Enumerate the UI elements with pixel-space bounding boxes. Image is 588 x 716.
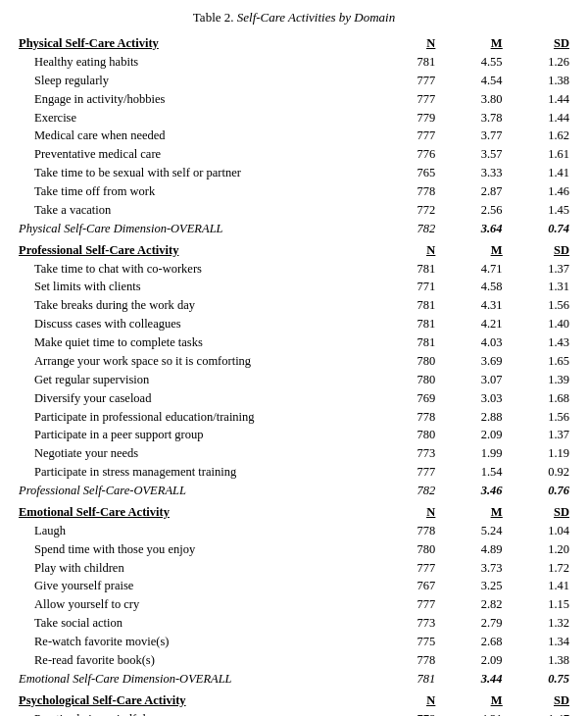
section-header-sd: SD — [507, 689, 573, 710]
section-header-label: Emotional Self-Care Activity — [15, 500, 383, 522]
n-value: 777 — [383, 463, 439, 482]
m-value: 3.57 — [439, 145, 506, 164]
overall-m: 3.44 — [439, 670, 506, 689]
n-value: 780 — [383, 426, 439, 444]
m-value: 3.80 — [439, 90, 506, 109]
sd-value: 1.04 — [507, 522, 573, 540]
m-value: 4.54 — [439, 72, 506, 90]
sd-value: 1.37 — [507, 260, 573, 279]
activity-label: Healthy eating habits — [15, 53, 383, 72]
sd-value: 1.37 — [507, 426, 573, 444]
activity-label: Set limits with clients — [15, 278, 383, 296]
activity-label: Take social action — [15, 614, 383, 633]
sd-value: 0.92 — [507, 463, 573, 482]
n-value: 778 — [383, 710, 439, 717]
m-value: 4.89 — [439, 540, 506, 559]
n-value: 777 — [383, 127, 439, 145]
n-value: 778 — [383, 651, 439, 670]
sd-value: 1.26 — [507, 53, 573, 72]
section-header-sd: SD — [507, 238, 573, 260]
section-header-0: Physical Self-Care Activity N M SD — [15, 31, 573, 53]
m-value: 4.58 — [439, 278, 506, 296]
table-row: Allow yourself to cry 777 2.82 1.15 — [15, 595, 573, 614]
overall-row-0: Physical Self-Care Dimension-OVERALL 782… — [15, 220, 573, 238]
table-row: Diversify your caseload 769 3.03 1.68 — [15, 389, 573, 408]
section-header-3: Psychological Self-Care Activity N M SD — [15, 689, 573, 710]
activity-label: Re-read favorite book(s) — [15, 651, 383, 670]
table-row: Play with children 777 3.73 1.72 — [15, 559, 573, 578]
m-value: 3.73 — [439, 559, 506, 578]
sd-value: 1.34 — [507, 633, 573, 651]
activity-label: Exercise — [15, 109, 383, 128]
table-row: Arrange your work space so it is comfort… — [15, 352, 573, 371]
activity-label: Participate in a peer support group — [15, 426, 383, 444]
sd-value: 1.68 — [507, 389, 573, 408]
n-value: 771 — [383, 278, 439, 296]
table-row: Medical care when needed 777 3.77 1.62 — [15, 127, 573, 145]
table-row: Take breaks during the work day 781 4.31… — [15, 296, 573, 315]
n-value: 780 — [383, 352, 439, 371]
overall-sd: 0.75 — [507, 670, 573, 689]
table-row: Spend time with those you enjoy 780 4.89… — [15, 540, 573, 559]
section-header-n: N — [383, 31, 439, 53]
table-row: Sleep regularly 777 4.54 1.38 — [15, 72, 573, 90]
n-value: 778 — [383, 182, 439, 201]
activity-label: Preventative medical care — [15, 145, 383, 164]
table-row: Take time off from work 778 2.87 1.46 — [15, 182, 573, 201]
table-row: Get regular supervision 780 3.07 1.39 — [15, 371, 573, 389]
m-value: 2.88 — [439, 408, 506, 427]
m-value: 4.21 — [439, 710, 506, 717]
section-header-m: M — [439, 238, 506, 260]
activity-label: Take time off from work — [15, 182, 383, 201]
table-row: Re-watch favorite movie(s) 775 2.68 1.34 — [15, 633, 573, 651]
activity-label: Arrange your work space so it is comfort… — [15, 352, 383, 371]
sd-value: 1.38 — [507, 72, 573, 90]
m-value: 4.71 — [439, 260, 506, 279]
table-row: Practice being mindful 778 4.21 1.47 — [15, 710, 573, 717]
overall-sd: 0.76 — [507, 482, 573, 500]
activity-label: Spend time with those you enjoy — [15, 540, 383, 559]
n-value: 777 — [383, 72, 439, 90]
section-header-label: Professional Self-Care Activity — [15, 238, 383, 260]
sd-value: 1.62 — [507, 127, 573, 145]
overall-label: Physical Self-Care Dimension-OVERALL — [15, 220, 383, 238]
m-value: 2.09 — [439, 426, 506, 444]
activity-label: Give yourself praise — [15, 577, 383, 595]
section-header-1: Professional Self-Care Activity N M SD — [15, 238, 573, 260]
overall-label: Emotional Self-Care Dimension-OVERALL — [15, 670, 383, 689]
activity-label: Diversify your caseload — [15, 389, 383, 408]
m-value: 3.78 — [439, 109, 506, 128]
sd-value: 1.56 — [507, 296, 573, 315]
m-value: 1.99 — [439, 444, 506, 463]
m-value: 3.03 — [439, 389, 506, 408]
table-row: Exercise 779 3.78 1.44 — [15, 109, 573, 128]
n-value: 780 — [383, 371, 439, 389]
table-row: Take a vacation 772 2.56 1.45 — [15, 201, 573, 220]
sd-value: 1.43 — [507, 333, 573, 352]
table-row: Make quiet time to complete tasks 781 4.… — [15, 333, 573, 352]
m-value: 2.87 — [439, 182, 506, 201]
overall-n: 781 — [383, 670, 439, 689]
n-value: 780 — [383, 540, 439, 559]
sd-value: 1.38 — [507, 651, 573, 670]
activity-label: Participate in professional education/tr… — [15, 408, 383, 427]
activity-label: Play with children — [15, 559, 383, 578]
section-header-m: M — [439, 500, 506, 522]
m-value: 2.09 — [439, 651, 506, 670]
table-row: Take social action 773 2.79 1.32 — [15, 614, 573, 633]
overall-row-1: Professional Self-Care-OVERALL 782 3.46 … — [15, 482, 573, 500]
table-row: Engage in activity/hobbies 777 3.80 1.44 — [15, 90, 573, 109]
m-value: 2.82 — [439, 595, 506, 614]
n-value: 778 — [383, 522, 439, 540]
m-value: 3.25 — [439, 577, 506, 595]
table-row: Participate in stress management trainin… — [15, 463, 573, 482]
section-header-2: Emotional Self-Care Activity N M SD — [15, 500, 573, 522]
sd-value: 1.44 — [507, 90, 573, 109]
table-row: Discuss cases with colleagues 781 4.21 1… — [15, 315, 573, 333]
n-value: 777 — [383, 595, 439, 614]
table-row: Take time to be sexual with self or part… — [15, 164, 573, 182]
n-value: 777 — [383, 559, 439, 578]
section-header-m: M — [439, 31, 506, 53]
m-value: 4.21 — [439, 315, 506, 333]
n-value: 772 — [383, 201, 439, 220]
